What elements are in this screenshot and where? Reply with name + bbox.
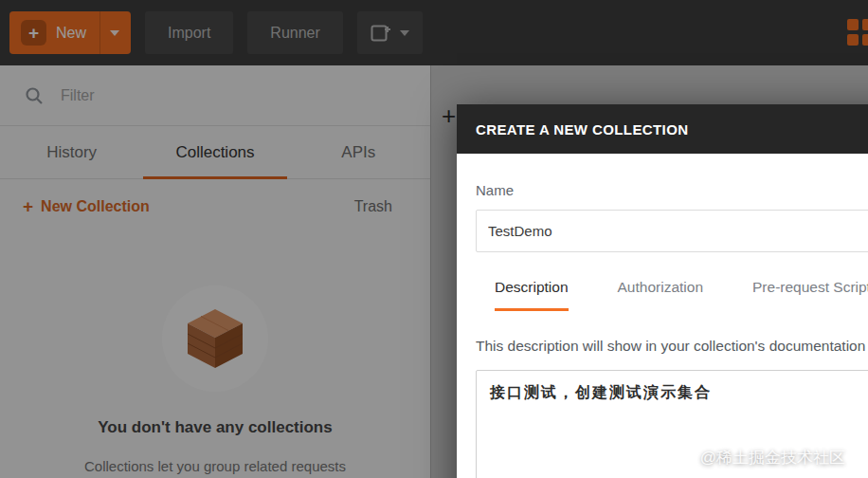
modal-title: CREATE A NEW COLLECTION — [476, 121, 688, 138]
create-collection-modal: CREATE A NEW COLLECTION Name Description… — [457, 104, 868, 478]
tab-description[interactable]: Description — [495, 279, 569, 311]
modal-header: CREATE A NEW COLLECTION — [457, 104, 868, 154]
description-hint: This description will show in your colle… — [476, 338, 868, 355]
watermark: @稀土掘金技术社区 — [700, 447, 845, 469]
modal-tabs: Description Authorization Pre-request Sc… — [476, 279, 868, 311]
app-window: + New Import Runner — [0, 0, 868, 478]
tab-authorization[interactable]: Authorization — [618, 279, 703, 311]
collection-name-input[interactable] — [476, 210, 868, 252]
modal-body: Name Description Authorization Pre-reque… — [457, 154, 868, 478]
tab-pre-request-scripts[interactable]: Pre-request Scripts — [752, 279, 868, 311]
name-label: Name — [476, 182, 868, 198]
